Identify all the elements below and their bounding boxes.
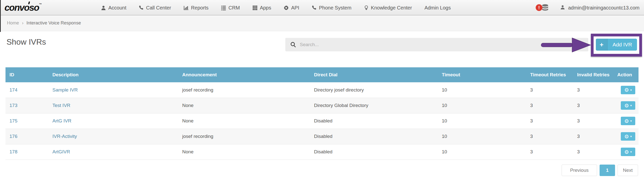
col-header-timeout-retries: Timeout Retries [526,67,573,82]
table-header-row: ID Description Announcement Direct Dial … [6,67,638,82]
ivr-id-link[interactable]: 175 [10,118,18,123]
ivr-description-link[interactable]: IVR-Activity [52,134,77,139]
breadcrumb-bar: Home › Interactive Voice Response [0,16,644,31]
nav-label: Admin Logs [424,5,451,11]
nav-item-api[interactable]: API [284,5,299,11]
col-header-announcement: Announcement [178,67,310,82]
plus-icon: + [596,39,608,51]
ivr-id-link[interactable]: 173 [10,103,18,108]
convoso-logo[interactable]: convoso™ [4,2,42,13]
ivr-announcement: None [178,113,310,129]
ivr-timeout: 10 [438,113,526,129]
ivr-description-link[interactable]: ArtG IVR [52,118,72,123]
col-header-timeout: Timeout [438,67,526,82]
ivr-direct-dial: Disabled [310,113,438,129]
col-header-id: ID [6,67,48,82]
nav-label: Apps [260,5,271,11]
gear-icon: ⚙ [624,103,629,108]
breadcrumb: Home › Interactive Voice Response [7,20,81,26]
ivr-timeout-retries: 3 [526,144,573,160]
annotation-highlight-box: + Add IVR [591,34,642,57]
ivr-direct-dial: Disabled [310,144,438,160]
nav-item-reports[interactable]: Reports [184,5,208,11]
ivr-timeout: 10 [438,82,526,98]
bar-chart-icon [184,5,189,10]
nav-item-account[interactable]: Account [101,5,126,11]
nav-item-knowledge-center[interactable]: Knowledge Center [364,5,412,11]
ivr-id-link[interactable]: 178 [10,149,18,154]
database-alert-indicator[interactable]: ! [536,3,550,13]
phone-icon [139,5,144,10]
col-header-description: Description [48,67,178,82]
nav-label: Reports [191,5,208,11]
next-page-button[interactable]: Next [618,165,638,176]
col-header-action: Action [613,67,638,82]
chevron-down-icon: ▾ [630,89,632,92]
chevron-down-icon: ▾ [630,150,632,153]
ivr-invalid-retries: 3 [573,129,613,144]
ivr-invalid-retries: 3 [573,98,613,113]
ivr-timeout-retries: 3 [526,129,573,144]
table-row: 175 ArtG IVR None Disabled 10 3 3 ⚙▾ [6,113,638,129]
ivr-description-link[interactable]: ArtGIVR [52,149,70,154]
gear-icon: ⚙ [624,134,629,139]
row-actions-button[interactable]: ⚙▾ [621,132,635,141]
ivr-timeout: 10 [438,144,526,160]
search-input[interactable] [300,38,582,51]
ivr-announcement: josef recording [178,82,310,98]
nav-item-admin-logs[interactable]: Admin Logs [424,5,451,11]
top-navbar: convoso™ Account Call Center Reports [0,0,644,15]
list-icon [221,5,226,10]
ivr-direct-dial: Directory josef directory [310,82,438,98]
ivr-announcement: None [178,98,310,113]
main-nav: Account Call Center Reports CRM [101,0,451,15]
nav-item-phone-system[interactable]: Phone System [312,5,352,11]
nav-item-crm[interactable]: CRM [221,5,240,11]
chevron-down-icon: ▾ [630,135,632,138]
row-actions-button[interactable]: ⚙▾ [621,148,635,156]
ivr-announcement: josef recording [178,129,310,144]
current-page-button[interactable]: 1 [600,165,615,176]
nav-label: Call Center [146,5,171,11]
breadcrumb-home-link[interactable]: Home [7,20,19,26]
nav-label: Phone System [319,5,352,11]
ivr-timeout: 10 [438,98,526,113]
previous-page-button[interactable]: Previous [562,165,597,176]
row-actions-button[interactable]: ⚙▾ [621,86,635,94]
ivr-announcement: None [178,144,310,160]
ivr-invalid-retries: 3 [573,113,613,129]
ivr-direct-dial: Disabled [310,129,438,144]
gear-icon: ⚙ [624,118,629,124]
navbar-right: ! admin@trainingaccountc13.com [536,0,640,15]
user-icon [560,5,565,11]
row-actions-button[interactable]: ⚙▾ [621,101,635,110]
user-menu[interactable]: admin@trainingaccountc13.com [560,5,640,11]
show-ivrs-page: convoso™ Account Call Center Reports [0,0,644,193]
ivr-id-link[interactable]: 176 [10,134,18,139]
phone-icon [312,5,317,10]
table-row: 176 IVR-Activity josef recording Disable… [6,129,638,144]
user-email: admin@trainingaccountc13.com [568,5,640,11]
add-ivr-button[interactable]: + Add IVR [596,39,637,51]
nav-item-call-center[interactable]: Call Center [139,5,171,11]
chevron-down-icon: ▾ [630,119,632,122]
ivr-description-link[interactable]: Sample IVR [52,87,78,93]
row-actions-button[interactable]: ⚙▾ [621,117,635,125]
breadcrumb-current: Interactive Voice Response [26,20,81,26]
table-row: 178 ArtGIVR None Disabled 10 3 3 ⚙▾ [6,144,638,160]
grid-icon [252,5,258,10]
chevron-down-icon: ▾ [630,104,632,107]
ivr-description-link[interactable]: Test IVR [52,103,70,108]
nav-item-apps[interactable]: Apps [252,5,271,11]
nav-label: API [291,5,299,11]
ivr-invalid-retries: 3 [573,82,613,98]
ivr-direct-dial: Directory Global Directory [310,98,438,113]
gear-icon: ⚙ [624,149,629,155]
lightbulb-icon [364,5,369,10]
ivr-id-link[interactable]: 174 [10,87,18,93]
nav-label: Knowledge Center [371,5,412,11]
col-header-invalid-retries: Invalid Retries [573,67,613,82]
alert-badge-icon: ! [536,4,542,11]
gear-icon [284,5,289,10]
table-row: 173 Test IVR None Directory Global Direc… [6,98,638,113]
